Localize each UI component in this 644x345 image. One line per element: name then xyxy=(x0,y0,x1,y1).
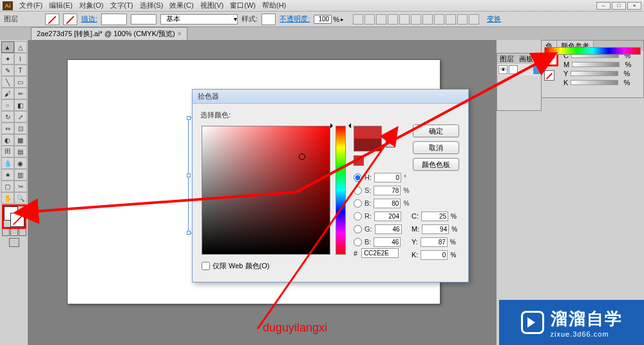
eyedropper-tool[interactable]: 💧 xyxy=(1,157,14,169)
b2-input[interactable] xyxy=(374,237,401,247)
visibility-icon[interactable]: 👁 xyxy=(498,65,507,74)
perspective-tool[interactable]: ▦ xyxy=(14,134,27,146)
menu-type[interactable]: 文字(T) xyxy=(108,0,136,11)
layer-row[interactable]: 👁 xyxy=(497,64,541,75)
h-radio[interactable] xyxy=(354,173,362,182)
close-tab-icon[interactable]: × xyxy=(178,30,182,37)
menu-window[interactable]: 窗口(W) xyxy=(227,0,258,11)
maximize-button[interactable]: □ xyxy=(612,2,626,10)
fill-stroke-indicator[interactable] xyxy=(4,206,24,227)
menu-help[interactable]: 帮助(H) xyxy=(260,0,289,11)
direct-selection-tool[interactable]: △ xyxy=(14,41,27,53)
line-tool[interactable]: ╲ xyxy=(1,76,14,88)
paintbrush-tool[interactable]: 🖌 xyxy=(1,88,14,99)
align-vcenter-icon[interactable] xyxy=(411,14,421,25)
k-slider[interactable] xyxy=(571,80,618,85)
artboard-tool[interactable]: ▢ xyxy=(1,181,14,192)
screen-mode-icon[interactable] xyxy=(9,238,19,247)
dist-sp-icon[interactable] xyxy=(457,14,468,25)
width-tool[interactable]: ⇔ xyxy=(1,123,14,134)
s-radio[interactable] xyxy=(354,186,362,195)
artboards-tab[interactable]: 画板 xyxy=(516,54,536,64)
color-panel[interactable]: 色颜色参考 C% M% Y% K% xyxy=(541,40,644,98)
brush-dd[interactable] xyxy=(131,14,156,25)
gradient-mode-icon[interactable] xyxy=(10,228,18,236)
menu-select[interactable]: 选择(S) xyxy=(137,0,166,11)
menu-effect[interactable]: 效果(C) xyxy=(167,0,196,11)
slice-tool[interactable]: ✂ xyxy=(14,181,27,192)
r-radio[interactable] xyxy=(354,212,362,221)
symbol-sprayer-tool[interactable]: ✷ xyxy=(1,169,14,181)
hue-slider[interactable] xyxy=(336,126,346,255)
gradient-tool[interactable]: ▤ xyxy=(14,146,27,157)
style-dropdown[interactable]: 基本▾ xyxy=(160,14,238,25)
menu-view[interactable]: 视图(V) xyxy=(198,0,227,11)
align-right-icon[interactable] xyxy=(388,14,398,25)
c-input[interactable] xyxy=(421,212,448,221)
align-top-icon[interactable] xyxy=(399,14,410,25)
opacity-link[interactable]: 不透明度: xyxy=(279,14,310,24)
opacity-input[interactable] xyxy=(314,15,332,24)
eraser-tool[interactable]: ◧ xyxy=(14,99,27,111)
recolor-icon[interactable] xyxy=(353,14,363,25)
type-tool[interactable]: T xyxy=(14,64,27,76)
rectangle-tool[interactable]: ▭ xyxy=(14,76,27,88)
menu-file[interactable]: 文件(F) xyxy=(17,0,45,11)
blend-tool[interactable]: ◉ xyxy=(14,157,27,169)
pencil-tool[interactable]: ✏ xyxy=(14,88,27,99)
color-mode-icon[interactable] xyxy=(2,228,10,236)
y-input[interactable] xyxy=(421,237,448,247)
blob-brush-tool[interactable]: ○ xyxy=(1,99,14,111)
pen-tool[interactable]: ✎ xyxy=(1,64,14,76)
stroke-swatch[interactable] xyxy=(63,14,77,25)
web-only-checkbox[interactable] xyxy=(202,262,210,270)
align-to-icon[interactable] xyxy=(469,14,479,25)
dist-h-icon[interactable] xyxy=(434,14,444,25)
layers-tab[interactable]: 图层 xyxy=(497,54,516,64)
free-transform-tool[interactable]: ⊡ xyxy=(14,123,27,134)
rotate-tool[interactable]: ↻ xyxy=(1,111,14,123)
spectrum-bar[interactable] xyxy=(544,47,641,55)
cancel-button[interactable]: 取消 xyxy=(413,141,459,154)
align-left-icon[interactable] xyxy=(365,14,375,25)
ok-button[interactable]: 确定 xyxy=(413,124,459,137)
minimize-button[interactable]: – xyxy=(596,2,611,10)
scale-tool[interactable]: ⤢ xyxy=(14,111,27,123)
none-mode-icon[interactable] xyxy=(19,228,26,236)
lasso-tool[interactable]: ⌇ xyxy=(14,53,27,64)
document-tab[interactable]: 2ae273d75 [转换].ai* @ 100% (CMYK/预览) × xyxy=(31,27,187,40)
g-input[interactable] xyxy=(375,224,402,234)
layers-panel[interactable]: 图层画板 👁 xyxy=(497,53,542,111)
gamut-swatch[interactable] xyxy=(354,155,364,166)
shape-builder-tool[interactable]: ◐ xyxy=(1,134,14,146)
mesh-tool[interactable]: 田 xyxy=(1,146,14,157)
close-button[interactable]: × xyxy=(627,2,641,10)
menu-edit[interactable]: 编辑(E) xyxy=(46,0,75,11)
transform-link[interactable]: 变换 xyxy=(487,14,501,24)
zoom-tool[interactable]: 🔍 xyxy=(14,192,27,204)
m-slider[interactable] xyxy=(572,62,620,67)
selection-tool[interactable]: ▲ xyxy=(1,41,14,53)
g-radio[interactable] xyxy=(354,225,362,233)
swatches-button[interactable]: 颜色色板 xyxy=(413,158,459,171)
b2-radio[interactable] xyxy=(354,238,362,246)
color-field[interactable] xyxy=(202,126,330,255)
menu-object[interactable]: 对象(O) xyxy=(77,0,106,11)
fill-swatch[interactable] xyxy=(45,14,59,25)
hex-input[interactable] xyxy=(361,248,399,258)
panel-none-swatch[interactable] xyxy=(544,70,554,81)
magic-wand-tool[interactable]: ✦ xyxy=(1,53,14,64)
dist-v-icon[interactable] xyxy=(446,14,456,25)
k-input[interactable] xyxy=(421,250,448,260)
h-input[interactable] xyxy=(374,173,401,182)
hand comtool[interactable]: ✋ xyxy=(1,192,14,204)
r-input[interactable] xyxy=(374,212,401,221)
b-radio[interactable] xyxy=(354,199,362,208)
bv-input[interactable] xyxy=(374,199,401,208)
align-hcenter-icon[interactable] xyxy=(376,14,386,25)
align-bottom-icon[interactable] xyxy=(422,14,433,25)
out-of-gamut-icon[interactable] xyxy=(386,139,395,148)
stroke-weight[interactable] xyxy=(101,14,127,25)
m-input[interactable] xyxy=(422,224,449,234)
s-input[interactable] xyxy=(374,186,401,195)
